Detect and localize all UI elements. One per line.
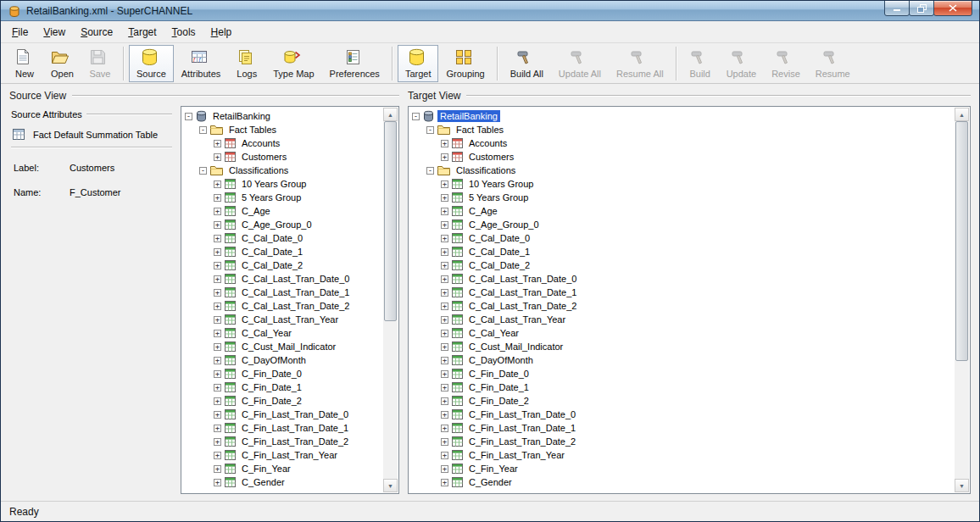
expand-handle-icon[interactable]: + [441, 370, 448, 378]
toolbar-type-map-button[interactable]: Type Map [265, 45, 321, 82]
tree-item-label[interactable]: C_Fin_Date_0 [466, 368, 532, 380]
expand-handle-icon[interactable]: + [214, 235, 221, 242]
tree-item[interactable]: +C_Cal_Last_Tran_Date_0 [412, 272, 955, 286]
tree-item-label[interactable]: C_Fin_Last_Tran_Date_1 [239, 422, 351, 434]
tree-item[interactable]: +C_Cal_Last_Tran_Year [185, 313, 383, 326]
toolbar-new-button[interactable]: New [6, 45, 43, 82]
expand-handle-icon[interactable]: + [441, 153, 448, 161]
tree-item[interactable]: +C_Cal_Year [185, 326, 383, 340]
expand-handle-icon[interactable]: + [214, 289, 221, 297]
expand-handle-icon[interactable]: + [214, 438, 221, 446]
collapse-handle-icon[interactable]: - [426, 126, 434, 134]
expand-handle-icon[interactable]: + [441, 221, 448, 229]
tree-item[interactable]: -Classifications [185, 164, 383, 177]
expand-handle-icon[interactable]: + [441, 140, 448, 147]
tree-item[interactable]: +C_Gender [412, 475, 955, 489]
tree-item[interactable]: +C_Fin_Year [412, 462, 955, 475]
tree-item-label[interactable]: C_Fin_Year [466, 463, 521, 475]
tree-item-label[interactable]: C_Cust_Mail_Indicator [466, 341, 565, 353]
tree-item[interactable]: +C_DayOfMonth [185, 353, 383, 367]
tree-item-label[interactable]: Customers [466, 151, 516, 163]
expand-handle-icon[interactable]: + [214, 479, 221, 486]
tree-item-label[interactable]: C_Cal_Date_1 [239, 246, 305, 258]
scroll-down-icon[interactable]: ▼ [955, 479, 969, 492]
tree-item[interactable]: -Classifications [412, 164, 955, 177]
expand-handle-icon[interactable]: + [441, 208, 448, 215]
tree-item-label[interactable]: C_Cal_Last_Tran_Year [466, 314, 568, 325]
tree-item[interactable]: +C_Cal_Date_0 [185, 231, 383, 245]
tree-item-label[interactable]: Classifications [454, 164, 518, 176]
expand-handle-icon[interactable]: + [441, 194, 448, 202]
tree-item-label[interactable]: 10 Years Group [239, 178, 309, 190]
expand-handle-icon[interactable]: + [214, 262, 221, 269]
menu-file[interactable]: File [4, 23, 36, 42]
tree-item-label[interactable]: C_Gender [466, 476, 515, 488]
tree-item-label[interactable]: Accounts [466, 137, 509, 149]
menu-target[interactable]: Target [120, 23, 164, 42]
tree-item-label[interactable]: C_Fin_Last_Tran_Date_2 [466, 436, 578, 447]
tree-item-label[interactable]: 5 Years Group [466, 192, 531, 203]
tree-item-label[interactable]: C_Fin_Last_Tran_Year [466, 449, 567, 461]
tree-item-label[interactable]: C_Fin_Last_Tran_Date_0 [466, 408, 578, 420]
tree-item-label[interactable]: C_Fin_Last_Tran_Date_0 [239, 408, 351, 420]
tree-item-label[interactable]: Fact Tables [454, 124, 506, 136]
tree-item[interactable]: +C_Cal_Date_1 [185, 245, 383, 258]
tree-item[interactable]: +C_Fin_Date_2 [185, 394, 383, 408]
expand-handle-icon[interactable]: + [441, 357, 448, 364]
tree-item-label[interactable]: C_Cal_Date_2 [239, 259, 305, 271]
tree-item-label[interactable]: C_Cust_Mail_Indicator [239, 341, 338, 353]
scroll-track[interactable] [955, 121, 969, 479]
expand-handle-icon[interactable]: + [441, 452, 448, 459]
expand-handle-icon[interactable]: + [214, 425, 221, 432]
tree-item-label[interactable]: C_Age_Group_0 [466, 219, 542, 230]
titlebar[interactable]: RetailBanking.xml - SuperCHANNEL [1, 1, 979, 21]
expand-handle-icon[interactable]: + [441, 479, 448, 486]
tree-item[interactable]: +C_Fin_Last_Tran_Date_2 [185, 435, 383, 448]
expand-handle-icon[interactable]: + [441, 465, 448, 473]
expand-handle-icon[interactable]: + [441, 303, 448, 310]
tree-item-label[interactable]: C_Fin_Year [239, 463, 293, 475]
tree-item-label[interactable]: C_Fin_Date_0 [239, 368, 304, 380]
tree-item-label[interactable]: RetailBanking [210, 110, 273, 122]
maximize-button[interactable] [909, 0, 934, 16]
collapse-handle-icon[interactable]: - [412, 113, 420, 120]
tree-item-label[interactable]: C_Fin_Date_1 [466, 381, 532, 393]
tree-item[interactable]: +C_Fin_Last_Tran_Date_2 [412, 435, 955, 448]
tree-item[interactable]: +C_DayOfMonth [412, 353, 955, 367]
expand-handle-icon[interactable]: + [214, 397, 221, 405]
expand-handle-icon[interactable]: + [214, 140, 221, 147]
expand-handle-icon[interactable]: + [214, 384, 221, 392]
expand-handle-icon[interactable]: + [441, 235, 448, 242]
menu-tools[interactable]: Tools [164, 23, 203, 42]
toolbar-target-button[interactable]: Target [398, 45, 439, 82]
tree-item[interactable]: +Customers [412, 150, 955, 164]
tree-item[interactable]: +Customers [185, 150, 383, 164]
tree-item[interactable]: +10 Years Group [185, 177, 383, 191]
tree-item[interactable]: +C_Age [185, 204, 383, 218]
expand-handle-icon[interactable]: + [441, 330, 448, 337]
tree-item[interactable]: +C_Cal_Last_Tran_Date_1 [185, 286, 383, 299]
collapse-handle-icon[interactable]: - [199, 126, 207, 134]
toolbar-logs-button[interactable]: Logs [228, 45, 265, 82]
tree-item-label[interactable]: Fact Tables [226, 124, 279, 136]
tree-item[interactable]: -RetailBanking [412, 109, 955, 123]
tree-item[interactable]: +C_Cal_Date_0 [412, 231, 955, 245]
tree-item-label[interactable]: C_Fin_Date_1 [239, 381, 304, 393]
tree-item[interactable]: +Accounts [412, 136, 955, 150]
tree-item[interactable]: +C_Fin_Last_Tran_Date_0 [412, 408, 955, 421]
collapse-handle-icon[interactable]: - [199, 167, 207, 175]
toolbar-grouping-button[interactable]: Grouping [438, 45, 492, 82]
tree-item[interactable]: +C_Fin_Last_Tran_Year [412, 448, 955, 462]
tree-item-label[interactable]: Customers [239, 151, 289, 163]
tree-item[interactable]: +C_Fin_Date_1 [185, 380, 383, 394]
tree-item[interactable]: +C_Cust_Mail_Indicator [185, 340, 383, 353]
tree-item-label[interactable]: C_Cal_Date_0 [239, 232, 305, 244]
tree-item-label[interactable]: C_Age [239, 205, 273, 217]
tree-item-label[interactable]: C_Cal_Last_Tran_Year [239, 314, 341, 325]
tree-item-label[interactable]: Classifications [226, 164, 291, 176]
tree-item-label[interactable]: C_Gender [239, 476, 287, 488]
tree-item[interactable]: +C_Cal_Date_1 [412, 245, 955, 258]
expand-handle-icon[interactable]: + [214, 303, 221, 310]
tree-item[interactable]: +C_Cal_Last_Tran_Date_2 [412, 299, 955, 313]
tree-item[interactable]: -Fact Tables [412, 123, 955, 136]
